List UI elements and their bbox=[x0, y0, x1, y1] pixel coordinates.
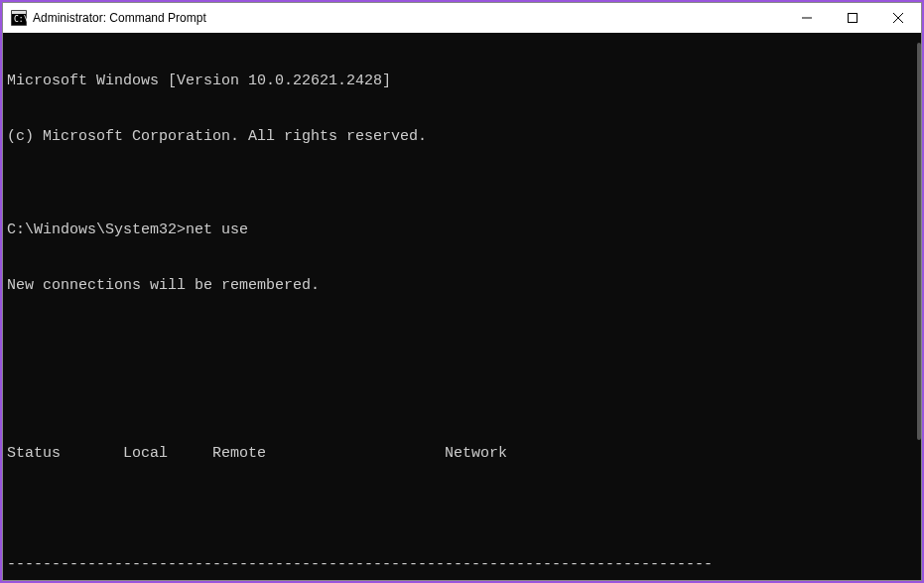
terminal-area[interactable]: Microsoft Windows [Version 10.0.22621.24… bbox=[3, 33, 921, 580]
command-prompt-window: C:\ Administrator: Command Prompt Micros… bbox=[2, 2, 922, 581]
window-title: Administrator: Command Prompt bbox=[33, 11, 784, 25]
svg-text:C:\: C:\ bbox=[14, 15, 27, 24]
maximize-button[interactable] bbox=[830, 3, 875, 33]
prompt-prefix: C:\Windows\System32> bbox=[7, 221, 186, 238]
window-controls bbox=[784, 3, 921, 33]
close-button[interactable] bbox=[875, 3, 921, 33]
blank-line bbox=[7, 501, 917, 519]
cmd-icon: C:\ bbox=[11, 10, 27, 26]
scrollbar[interactable] bbox=[905, 33, 921, 580]
output-line: Microsoft Windows [Version 10.0.22621.24… bbox=[7, 73, 917, 91]
output-line: (c) Microsoft Corporation. All rights re… bbox=[7, 128, 917, 147]
blank-line bbox=[7, 388, 917, 407]
svg-rect-1 bbox=[12, 11, 26, 14]
svg-rect-4 bbox=[849, 14, 858, 23]
minimize-button[interactable] bbox=[784, 3, 830, 33]
output-line: New connections will be remembered. bbox=[7, 277, 917, 296]
blank-line bbox=[7, 333, 917, 352]
scrollbar-thumb[interactable] bbox=[917, 43, 921, 440]
titlebar[interactable]: C:\ Administrator: Command Prompt bbox=[3, 3, 921, 33]
command-text: net use bbox=[186, 221, 248, 238]
table-header: Status Local Remote Network bbox=[7, 445, 917, 464]
divider-line: ----------------------------------------… bbox=[7, 556, 917, 575]
prompt-line: C:\Windows\System32>net use bbox=[7, 221, 917, 240]
